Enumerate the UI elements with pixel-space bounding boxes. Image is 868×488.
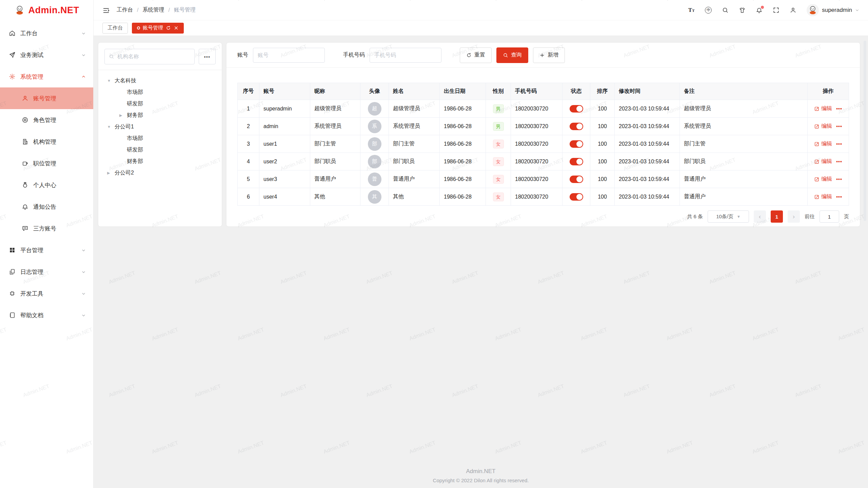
collapse-menu-icon[interactable]	[102, 7, 110, 14]
status-toggle[interactable]	[570, 123, 583, 130]
tree-node[interactable]: 研发部	[104, 144, 216, 156]
tree-node[interactable]: 财务部	[104, 109, 216, 121]
sidebar-item-thirdparty-account[interactable]: 三方账号	[0, 218, 93, 239]
cell-note: 超级管理员	[680, 100, 808, 118]
cell-sort: 100	[590, 188, 615, 206]
edit-button[interactable]: 编辑	[814, 140, 832, 147]
theme-icon[interactable]	[739, 7, 746, 14]
cell-gender: 女	[486, 170, 511, 188]
tab-workbench[interactable]: 工作台	[102, 23, 128, 34]
cell-status	[563, 100, 590, 118]
status-toggle[interactable]	[570, 140, 583, 148]
tree-node[interactable]: 大名科技	[104, 75, 216, 86]
cell-birth: 1986-06-28	[440, 135, 486, 153]
edit-button[interactable]: 编辑	[814, 105, 832, 112]
tree-node[interactable]: 分公司2	[104, 167, 216, 179]
chevron-down-icon	[81, 291, 86, 296]
sidebar-item-dev-tools[interactable]: 开发工具	[0, 283, 93, 304]
org-search-input[interactable]	[117, 54, 190, 60]
logo[interactable]: Admin.NET	[0, 0, 93, 20]
sidebar-item-help-docs[interactable]: 帮助文档	[0, 304, 93, 326]
home-icon	[9, 30, 16, 37]
user-menu[interactable]: superadmin	[807, 4, 859, 16]
goto-page-input[interactable]	[820, 210, 839, 223]
tree-caret-icon[interactable]	[107, 171, 115, 175]
status-toggle[interactable]	[570, 193, 583, 201]
tree-node[interactable]: 财务部	[104, 156, 216, 167]
sidebar-item-org-management[interactable]: 机构管理	[0, 131, 93, 152]
query-form: 账号 手机号码 重置	[226, 43, 860, 68]
page-size-select[interactable]: 10条/页 ▼	[708, 210, 749, 223]
tree-more-button[interactable]: •••	[199, 49, 216, 64]
next-page-button[interactable]: ›	[788, 210, 800, 223]
cell-birth: 1986-06-28	[440, 100, 486, 118]
add-button[interactable]: 新增	[533, 47, 565, 63]
cell-avatar: 系	[360, 118, 389, 135]
sidebar-item-business-test[interactable]: 业务测试	[0, 44, 93, 66]
breadcrumb-item[interactable]: 系统管理	[142, 6, 164, 14]
status-toggle[interactable]	[570, 158, 583, 165]
role-icon	[22, 117, 28, 123]
row-more-button[interactable]: •••	[836, 177, 842, 182]
tab-account-management[interactable]: 账号管理	[132, 23, 184, 34]
page-scrollbar[interactable]	[864, 41, 866, 221]
edit-button[interactable]: 编辑	[814, 158, 832, 165]
font-size-icon[interactable]: TT	[688, 7, 695, 14]
phone-input[interactable]	[370, 48, 441, 63]
navbar-actions: TT 中	[688, 4, 859, 16]
sidebar-item-notice[interactable]: 通知公告	[0, 196, 93, 218]
search-icon[interactable]	[722, 7, 729, 14]
close-icon[interactable]	[174, 25, 179, 30]
tree-caret-icon[interactable]	[119, 113, 127, 118]
sidebar-item-log-management[interactable]: 日志管理	[0, 261, 93, 283]
row-more-button[interactable]: •••	[836, 106, 842, 111]
edit-button[interactable]: 编辑	[814, 123, 832, 130]
sidebar-item-role-management[interactable]: 角色管理	[0, 109, 93, 131]
org-search-box[interactable]	[104, 49, 195, 64]
cell-gender: 男	[486, 118, 511, 135]
gender-badge: 女	[493, 192, 504, 201]
tree-node-label: 财务部	[127, 158, 143, 165]
tree-caret-icon[interactable]	[107, 79, 115, 83]
sidebar-item-system-management[interactable]: 系统管理	[0, 66, 93, 87]
page-number-button[interactable]: 1	[771, 210, 783, 223]
edit-button[interactable]: 编辑	[814, 193, 832, 200]
notification-icon[interactable]	[756, 7, 763, 14]
sidebar-item-workbench[interactable]: 工作台	[0, 22, 93, 44]
cell-sort: 100	[590, 118, 615, 135]
tree-node[interactable]: 分公司1	[104, 121, 216, 133]
search-button[interactable]: 查询	[496, 47, 528, 63]
account-input[interactable]	[253, 48, 325, 63]
page-unit-label: 页	[844, 214, 849, 220]
row-more-button[interactable]: •••	[836, 159, 842, 164]
edit-icon	[814, 194, 820, 200]
language-icon[interactable]: 中	[705, 7, 712, 14]
person-icon[interactable]	[790, 7, 796, 14]
sidebar-item-position-management[interactable]: 职位管理	[0, 152, 93, 174]
fullscreen-icon[interactable]	[773, 7, 780, 14]
prev-page-button[interactable]: ‹	[754, 210, 766, 223]
col-nickname: 昵称	[310, 83, 360, 100]
tree-node[interactable]: 研发部	[104, 98, 216, 109]
refresh-icon[interactable]	[166, 25, 171, 30]
cell-avatar: 普	[360, 170, 389, 188]
row-more-button[interactable]: •••	[836, 141, 842, 147]
sidebar-item-profile-center[interactable]: 个人中心	[0, 174, 93, 196]
tree-node[interactable]: 市场部	[104, 133, 216, 144]
tree-node-label: 研发部	[127, 146, 143, 154]
row-more-button[interactable]: •••	[836, 124, 842, 129]
status-toggle[interactable]	[570, 176, 583, 183]
edit-button[interactable]: 编辑	[814, 176, 832, 183]
tree-node[interactable]: 市场部	[104, 86, 216, 98]
goto-label: 前往	[805, 214, 815, 220]
status-toggle[interactable]	[570, 105, 583, 113]
breadcrumb-item[interactable]: 工作台	[117, 6, 133, 14]
avatar: 其	[368, 190, 381, 204]
sidebar-item-account-management[interactable]: 账号管理	[0, 87, 93, 109]
col-phone: 手机号码	[511, 83, 563, 100]
tree-caret-icon[interactable]	[107, 125, 115, 129]
sidebar-item-platform-management[interactable]: 平台管理	[0, 239, 93, 261]
row-more-button[interactable]: •••	[836, 194, 842, 200]
log-icon	[9, 268, 16, 275]
reset-button[interactable]: 重置	[460, 47, 492, 63]
